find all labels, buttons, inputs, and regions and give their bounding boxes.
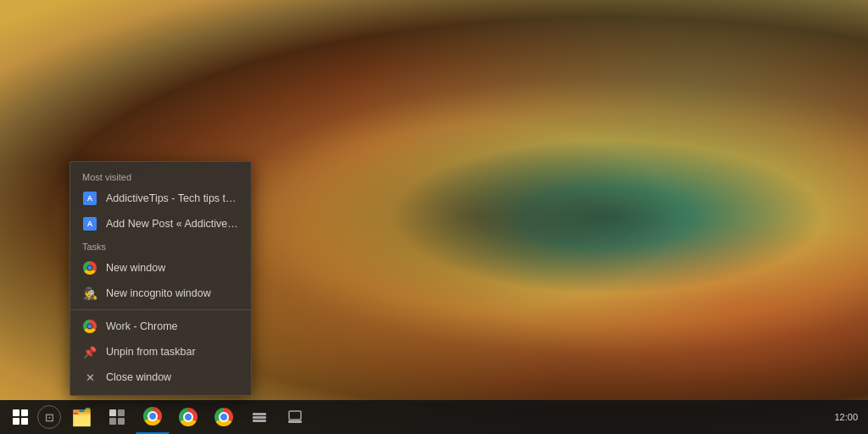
menu-item-new-window[interactable]: New window	[70, 255, 251, 281]
clock-time: 12:00	[834, 412, 858, 422]
taskbar-icon-app7[interactable]	[278, 400, 312, 434]
svg-rect-0	[109, 409, 116, 416]
chrome-icon-taskbar-2	[179, 408, 198, 426]
menu-item-mv1[interactable]: A AddictiveTips - Tech tips to make you.…	[70, 186, 251, 211]
close-icon: ✕	[82, 370, 97, 385]
menu-item-incognito[interactable]: 🕵 New incognito window	[70, 281, 251, 306]
taskbar-icon-chrome-1[interactable]	[136, 400, 170, 434]
svg-rect-7	[289, 411, 301, 420]
svg-rect-5	[253, 416, 266, 419]
mv2-text: Add New Post « AddictiveTips — Word...	[106, 218, 239, 230]
chrome-icon-taskbar-3	[214, 408, 233, 426]
work-chrome-text: Work - Chrome	[106, 320, 178, 332]
chrome-icon-new-window	[82, 260, 97, 275]
mv1-text: AddictiveTips - Tech tips to make you...	[106, 192, 239, 204]
unpin-icon: 📌	[82, 344, 97, 359]
task-view-icon	[108, 409, 125, 426]
taskbar-icon-file-explorer[interactable]: 🗂️	[64, 400, 98, 434]
close-window-text: Close window	[106, 371, 171, 383]
scanner-icon	[287, 409, 303, 426]
svg-rect-8	[288, 420, 302, 423]
search-icon: ⊡	[45, 411, 54, 424]
incognito-icon: 🕵	[82, 286, 97, 301]
menu-item-work-chrome[interactable]: Work - Chrome	[70, 314, 251, 339]
taskbar-icon-chrome-2[interactable]	[171, 400, 205, 434]
taskbar-icon-chrome-3[interactable]	[207, 400, 241, 434]
start-button[interactable]	[3, 400, 37, 434]
menu-divider-1	[70, 309, 251, 310]
unpin-text: Unpin from taskbar	[106, 346, 196, 358]
svg-rect-3	[118, 418, 125, 425]
taskbar-icons: 🗂️	[64, 400, 312, 434]
new-window-text: New window	[106, 262, 165, 274]
chrome-icon-work	[82, 319, 97, 334]
chrome-icon-taskbar-1	[143, 407, 162, 426]
svg-rect-1	[118, 409, 125, 416]
taskbar: ⊡ 🗂️	[0, 400, 868, 434]
folder-icon: 🗂️	[71, 407, 92, 427]
tasks-label: Tasks	[70, 236, 251, 255]
stack-icon	[251, 409, 268, 426]
incognito-text: New incognito window	[106, 287, 211, 299]
favicon-icon-2: A	[82, 216, 97, 231]
taskbar-icon-task-view[interactable]	[100, 400, 134, 434]
windows-logo-icon	[13, 409, 28, 425]
favicon-icon-1: A	[82, 191, 97, 206]
svg-rect-2	[109, 418, 116, 425]
context-menu: Most visited A AddictiveTips - Tech tips…	[70, 161, 252, 396]
most-visited-label: Most visited	[70, 167, 251, 186]
desktop: Most visited A AddictiveTips - Tech tips…	[0, 0, 868, 434]
svg-rect-4	[253, 413, 266, 415]
menu-item-mv2[interactable]: A Add New Post « AddictiveTips — Word...	[70, 211, 251, 236]
search-button[interactable]: ⊡	[37, 405, 61, 429]
system-tray: 12:00	[834, 412, 865, 422]
menu-item-close-window[interactable]: ✕ Close window	[70, 364, 251, 390]
taskbar-icon-app6[interactable]	[242, 400, 276, 434]
svg-rect-6	[253, 420, 266, 422]
menu-item-unpin[interactable]: 📌 Unpin from taskbar	[70, 339, 251, 364]
